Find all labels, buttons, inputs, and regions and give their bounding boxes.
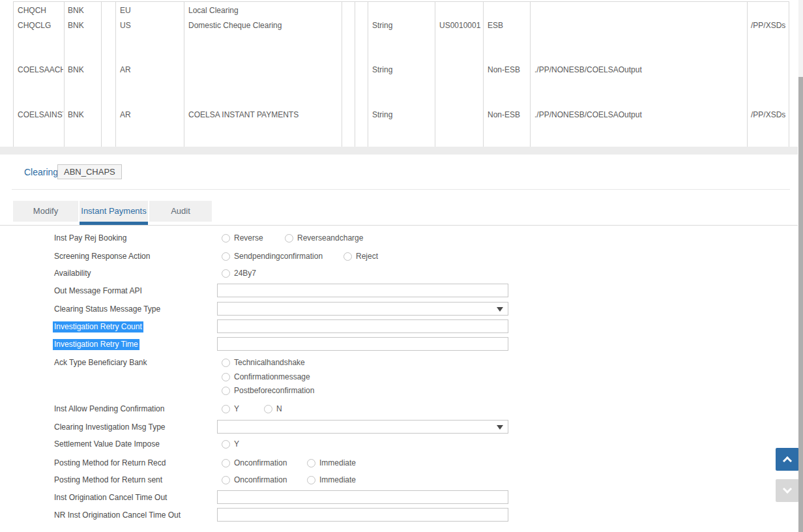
radio-recd-onconfirmation[interactable]: Onconfirmation [222, 457, 287, 469]
field-label-out-message-format-api: Out Message Format API [54, 285, 142, 297]
radio-circle-icon [222, 440, 230, 449]
radio-postbeforeconfirmation[interactable]: Postbeforeconfirmation [222, 385, 314, 396]
radio-circle-icon [264, 405, 272, 413]
radio-circle-icon [307, 476, 315, 484]
radio-circle-icon [222, 476, 230, 484]
input-out-message-format-api[interactable] [217, 284, 508, 297]
cell-code: COELSAACH [18, 65, 63, 75]
chevron-down-icon [783, 484, 792, 494]
radio-label: Sendpendingconfirmation [234, 250, 323, 262]
cell-country: AR [120, 65, 131, 75]
input-nr-inst-origination-cancel-timeout[interactable] [217, 508, 508, 522]
radio-label: 24By7 [234, 267, 256, 279]
cell-description: Domestic Cheque Clearing [188, 21, 282, 31]
radio-label: Confirmationmessage [234, 371, 310, 383]
cell-country: US [120, 21, 131, 31]
chevron-up-icon [783, 456, 792, 466]
radio-label: Onconfirmation [234, 474, 287, 486]
radio-settlement-y[interactable]: Y [222, 438, 239, 450]
header-divider [12, 189, 790, 190]
input-inst-origination-cancel-timeout[interactable] [217, 490, 508, 504]
cell-bank: BNK [68, 21, 84, 31]
radio-label: Onconfirmation [234, 457, 287, 469]
cell-output-path: ./PP/NONESB/COELSAOutput [534, 65, 642, 75]
field-label-clearing-status-message-type: Clearing Status Message Type [54, 303, 160, 315]
cell-data-type: String [372, 110, 392, 120]
input-investigation-retry-count[interactable] [217, 319, 508, 333]
input-investigation-retry-time[interactable] [217, 337, 508, 351]
radio-sent-onconfirmation[interactable]: Onconfirmation [222, 474, 287, 486]
tab-audit[interactable]: Audit [149, 201, 212, 222]
field-label-posting-method-return-recd: Posting Method for Return Recd [54, 457, 166, 469]
tabs-divider [0, 225, 798, 226]
table-row[interactable]: CHQCH BNK EU Local Clearing [13, 6, 789, 16]
cell-data-type: String [372, 21, 392, 31]
field-label-nr-inst-origination-cancel-timeout: NR Inst Origination Cancel Time Out [54, 509, 181, 521]
field-label-inst-origination-cancel-timeout: Inst Origination Cancel Time Out [54, 492, 167, 503]
radio-label: Reverse [234, 232, 263, 244]
cell-description: Local Clearing [188, 6, 239, 16]
cell-bank: BNK [68, 65, 84, 75]
cell-network-code: US0010001 [439, 21, 480, 31]
radio-reverseandcharge[interactable]: Reverseandcharge [285, 232, 363, 244]
radio-circle-icon [222, 359, 230, 367]
radio-circle-icon [343, 252, 352, 261]
radio-circle-icon [222, 387, 230, 395]
radio-technicalhandshake[interactable]: Technicalhandshake [222, 357, 305, 368]
radio-circle-icon [222, 405, 230, 413]
radio-pending-n[interactable]: N [264, 403, 282, 415]
radio-label: Immediate [319, 474, 356, 486]
radio-label: Y [234, 438, 239, 450]
scrollbar-thumb[interactable] [798, 77, 803, 532]
cell-country: EU [120, 6, 131, 16]
radio-reverse[interactable]: Reverse [222, 232, 263, 244]
cell-code: CHQCLG [18, 21, 63, 31]
radio-recd-immediate[interactable]: Immediate [307, 457, 356, 469]
cell-esb-type: Non-ESB [488, 65, 520, 75]
select-clearing-investigation-msg-type[interactable] [217, 420, 508, 434]
field-label-ack-type-beneficiary-bank: Ack Type Beneficiary Bank [54, 357, 147, 368]
field-label-clearing-investigation-msg-type: Clearing Investigation Msg Type [54, 421, 166, 433]
radio-confirmationmessage[interactable]: Confirmationmessage [222, 371, 310, 383]
radio-circle-icon [222, 459, 230, 467]
chevron-down-icon [497, 307, 503, 312]
radio-label: Reverseandcharge [297, 232, 363, 244]
select-clearing-status-message-type[interactable] [217, 302, 508, 316]
chevron-down-icon [497, 425, 503, 430]
radio-label: Reject [356, 250, 378, 262]
cell-code: CHQCH [18, 6, 63, 16]
radio-24by7[interactable]: 24By7 [222, 267, 256, 279]
scroll-down-button[interactable] [776, 479, 799, 502]
column-divider [789, 1, 789, 147]
table-row[interactable]: COELSAACH BNK AR String Non-ESB ./PP/NON… [13, 65, 789, 76]
page-title: Clearing [24, 167, 58, 177]
table-bottom-strip [0, 147, 798, 155]
radio-circle-icon [222, 269, 230, 278]
radio-label: Technicalhandshake [234, 357, 305, 368]
field-label-availability: Availability [54, 267, 91, 279]
cell-xsd-path: /PP/XSDs [751, 21, 785, 31]
radio-circle-icon [222, 234, 230, 243]
radio-reject[interactable]: Reject [343, 250, 378, 262]
tab-instant-payments[interactable]: Instant Payments [80, 201, 148, 222]
field-label-posting-method-return-sent: Posting Method for Return sent [54, 474, 162, 486]
field-label-investigation-retry-count: Investigation Retry Count [54, 321, 143, 332]
clearing-code-chip: ABN_CHAPS [57, 164, 122, 179]
cell-code: COELSAINST [18, 110, 63, 120]
radio-label: N [276, 403, 282, 415]
radio-sent-immediate[interactable]: Immediate [307, 474, 356, 486]
radio-label: Postbeforeconfirmation [234, 385, 314, 396]
selected-text-highlight: Investigation Retry Time [53, 339, 139, 350]
scroll-up-button[interactable] [776, 448, 799, 471]
cell-esb-type: ESB [488, 21, 503, 31]
radio-circle-icon [307, 459, 315, 467]
table-top-border [13, 1, 789, 2]
tab-modify[interactable]: Modify [13, 201, 78, 222]
table-row[interactable]: COELSAINST BNK AR COELSA INSTANT PAYMENT… [13, 110, 789, 121]
radio-circle-icon [285, 234, 293, 243]
clearing-config-page: CHQCH BNK EU Local Clearing CHQCLG BNK U… [0, 0, 803, 532]
radio-sendpendingconfirmation[interactable]: Sendpendingconfirmation [222, 250, 323, 262]
table-row[interactable]: CHQCLG BNK US Domestic Cheque Clearing S… [13, 21, 789, 31]
radio-pending-y[interactable]: Y [222, 403, 239, 415]
radio-circle-icon [222, 373, 230, 381]
